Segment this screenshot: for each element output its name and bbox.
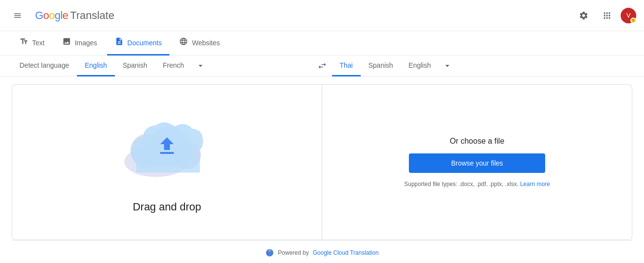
google-cloud-icon <box>265 248 274 257</box>
tab-websites[interactable]: Websites <box>171 31 227 56</box>
drag-drop-label: Drag and drop <box>133 201 202 213</box>
svg-point-5 <box>267 253 269 255</box>
settings-button[interactable] <box>574 6 593 25</box>
source-lang-panel: Detect language English Spanish French <box>12 56 313 76</box>
learn-more-link[interactable]: Learn more <box>520 181 550 188</box>
google-translate-logo[interactable]: Google Translate <box>35 9 114 22</box>
document-icon <box>115 37 124 48</box>
target-thai[interactable]: Thai <box>332 56 361 76</box>
supported-types-text: Supported file types: .docx, .pdf, .pptx… <box>404 181 550 188</box>
drop-zone[interactable]: Drag and drop <box>12 85 322 240</box>
globe-icon <box>179 37 188 48</box>
upload-icon <box>155 134 179 158</box>
translate-box: Drag and drop Or choose a file Browse yo… <box>12 84 632 240</box>
apps-button[interactable] <box>597 6 617 25</box>
powered-by-footer: Powered by Google Cloud Translation <box>12 240 632 263</box>
svg-point-8 <box>269 254 271 256</box>
image-icon <box>62 37 71 48</box>
google-cloud-translation-link[interactable]: Google Cloud Translation <box>313 249 378 256</box>
source-more-languages-button[interactable] <box>192 57 209 75</box>
target-more-languages-button[interactable] <box>439 57 456 75</box>
source-french[interactable]: French <box>155 56 192 76</box>
target-english[interactable]: English <box>401 56 439 76</box>
swap-languages-button[interactable] <box>313 56 332 75</box>
avatar-badge: ! <box>630 18 636 23</box>
source-english[interactable]: English <box>77 56 115 76</box>
header: Google Translate V ! <box>0 0 644 31</box>
svg-point-7 <box>271 253 273 255</box>
main-content: Drag and drop Or choose a file Browse yo… <box>0 76 644 263</box>
language-bar: Detect language English Spanish French T… <box>0 56 644 76</box>
svg-point-6 <box>269 250 271 252</box>
tab-text[interactable]: Text <box>12 31 53 56</box>
menu-button[interactable] <box>8 6 27 25</box>
tabs-bar: Text Images Documents Websites <box>0 31 644 56</box>
cloud-upload-graphic <box>118 111 216 189</box>
logo-text: Google <box>35 9 68 22</box>
logo-translate-text: Translate <box>70 9 114 22</box>
browse-panel: Or choose a file Browse your files Suppo… <box>322 85 632 240</box>
target-spanish[interactable]: Spanish <box>361 56 401 76</box>
tab-documents[interactable]: Documents <box>107 31 170 56</box>
source-detect-language[interactable]: Detect language <box>12 56 77 76</box>
or-choose-label: Or choose a file <box>450 137 504 146</box>
source-spanish[interactable]: Spanish <box>115 56 155 76</box>
text-icon <box>19 37 28 48</box>
browse-files-button[interactable]: Browse your files <box>409 153 545 173</box>
header-right: V ! <box>574 6 636 25</box>
target-lang-panel: Thai Spanish English <box>332 56 633 76</box>
avatar[interactable]: V ! <box>621 8 636 23</box>
tab-images[interactable]: Images <box>55 31 105 56</box>
header-left: Google Translate <box>8 6 114 25</box>
